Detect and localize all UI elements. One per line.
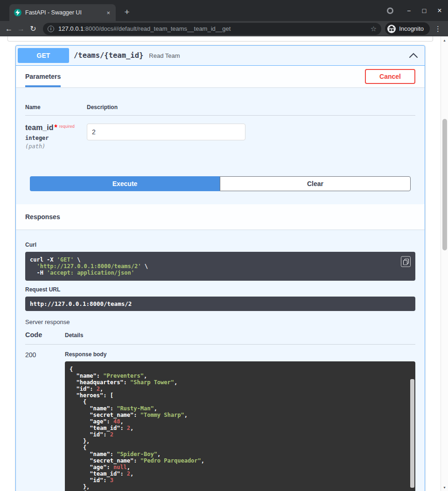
response-body-scrollbar-thumb[interactable] <box>410 379 414 488</box>
operation-header[interactable]: GET /teams/{team_id} Read Team <box>16 46 425 66</box>
tab-title: FastAPI - Swagger UI <box>25 9 101 16</box>
execute-row: Execute Clear <box>30 176 411 191</box>
address-bar[interactable]: i 127.0.0.1:8000/docs#/default/read_team… <box>43 23 381 35</box>
tab-parameters: Parameters <box>25 66 61 87</box>
previous-section-bottom-edge <box>7 36 433 41</box>
copy-curl-button[interactable] <box>401 256 411 267</box>
profile-status-icon <box>387 7 393 14</box>
incognito-icon <box>387 25 396 33</box>
incognito-label: Incognito <box>399 25 424 32</box>
tab-close-icon[interactable]: × <box>105 9 112 17</box>
response-body-label: Response body <box>65 351 415 358</box>
window-maximize-button[interactable]: □ <box>420 7 428 14</box>
status-code: 200 <box>25 351 65 491</box>
response-row: 200 Response body { "name": "Preventers"… <box>25 345 415 491</box>
window-minimize-button[interactable]: − <box>405 7 413 14</box>
cancel-button[interactable]: Cancel <box>365 69 415 84</box>
browser-toolbar: ← → ↻ i 127.0.0.1:8000/docs#/default/rea… <box>0 21 448 36</box>
forward-icon[interactable]: → <box>15 23 27 35</box>
back-icon[interactable]: ← <box>3 23 15 35</box>
page-scrollbar: ▲ ▼ <box>441 36 448 491</box>
site-info-icon[interactable]: i <box>48 26 54 32</box>
scrollbar-down-icon[interactable]: ▼ <box>441 484 448 491</box>
details-column-header: Details <box>65 332 83 339</box>
execute-button[interactable]: Execute <box>30 176 220 191</box>
copy-icon <box>403 258 409 265</box>
parameters-table: Name Description team_id*required intege… <box>16 87 425 191</box>
request-url-value: http://127.0.0.1:8000/teams/2 <box>25 297 415 311</box>
response-table-header: Code Details <box>25 331 415 345</box>
parameter-row: team_id*required integer (path) <box>25 116 415 150</box>
request-url-label: Request URL <box>25 286 415 293</box>
fastapi-favicon-icon <box>14 9 21 16</box>
required-asterisk: * <box>54 124 57 131</box>
required-label: required <box>59 124 75 129</box>
url-host: 127.0.0.1 <box>58 25 84 32</box>
team-id-input[interactable] <box>87 124 245 140</box>
response-body-code: { "name": "Preventers", "headquarters": … <box>65 361 415 491</box>
clear-button[interactable]: Clear <box>220 176 411 191</box>
parameter-type: integer <box>25 135 87 141</box>
method-badge: GET <box>18 48 69 63</box>
curl-label: Curl <box>25 242 415 248</box>
operation-path: /teams/{team_id} <box>74 51 143 60</box>
parameter-location: (path) <box>25 143 87 150</box>
server-response-label: Server response <box>25 318 415 325</box>
new-tab-button[interactable]: + <box>121 7 133 17</box>
responses-body: Curl curl -X 'GET' \ 'http://127.0.0.1:8… <box>16 229 425 491</box>
browser-menu-icon[interactable]: ⋮ <box>434 25 441 33</box>
incognito-badge: Incognito <box>385 22 430 35</box>
column-description-header: Description <box>87 104 118 111</box>
parameter-name: team_id*required <box>25 124 87 132</box>
column-name-header: Name <box>25 104 87 111</box>
swagger-page: GET /teams/{team_id} Read Team Parameter… <box>0 36 441 491</box>
window-close-button[interactable]: × <box>436 7 443 15</box>
scrollbar-up-icon[interactable]: ▲ <box>441 36 448 44</box>
curl-command: curl -X 'GET' \ 'http://127.0.0.1:8000/t… <box>25 252 415 281</box>
responses-title: Responses <box>25 213 60 221</box>
url-text: 127.0.0.1:8000/docs#/default/read_team_t… <box>58 25 367 32</box>
reload-icon[interactable]: ↻ <box>27 23 39 35</box>
scrollbar-thumb[interactable] <box>442 119 447 250</box>
browser-tab[interactable]: FastAPI - Swagger UI × <box>9 4 116 21</box>
parameters-table-header: Name Description <box>25 87 415 116</box>
responses-section-header: Responses <box>16 204 425 229</box>
operation-summary: Read Team <box>149 52 409 59</box>
parameters-section-header: Parameters Cancel <box>16 66 425 87</box>
code-column-header: Code <box>25 331 65 339</box>
collapse-chevron-icon[interactable] <box>409 53 418 58</box>
browser-titlebar: FastAPI - Swagger UI × + − □ × <box>0 0 448 21</box>
opblock-get-read-team: GET /teams/{team_id} Read Team Parameter… <box>15 45 425 491</box>
url-path: :8000/docs#/default/read_team_teams__tea… <box>84 25 231 32</box>
bookmark-star-icon[interactable]: ☆ <box>371 25 377 33</box>
